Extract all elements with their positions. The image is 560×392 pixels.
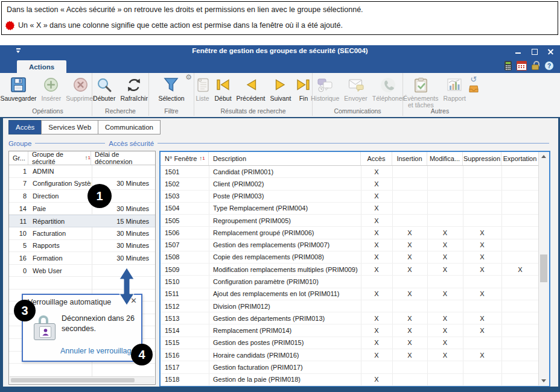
ribbon-tab-actions[interactable]: Actions (17, 60, 66, 73)
phone-label: Téléphoner (372, 95, 404, 102)
access-row[interactable]: 1514Remplacement (PRIM014)XXXX (161, 324, 549, 337)
col-header-group-id[interactable]: Gr... (9, 151, 28, 165)
tab-services-web[interactable]: Services Web (41, 120, 98, 134)
access-row[interactable]: 1515Gestion des postes (PRIM015)XXX (161, 337, 549, 349)
cell-group-name: Facturation (28, 230, 91, 237)
cell-window-number: 1510 (161, 278, 209, 285)
skip-start-icon (215, 75, 231, 95)
access-row[interactable]: 1509Modification remplacements multiples… (161, 264, 549, 276)
search-start-button[interactable]: Débuter (91, 74, 117, 103)
cell-permission-mark: X (361, 204, 392, 212)
save-button[interactable]: Sauvegarder (0, 74, 39, 103)
tab-acces[interactable]: Accès (8, 120, 42, 134)
inbox-tray-icon[interactable] (469, 84, 479, 95)
access-table-panel: N° Fenêtre ↑1 Description Accès Insertio… (159, 151, 550, 387)
col-header-modification[interactable]: Modifica... (427, 152, 463, 165)
gear-icon[interactable]: ⚙ (185, 74, 192, 81)
col-header-description[interactable]: Description (209, 152, 361, 165)
calculator-icon[interactable] (504, 61, 512, 71)
cell-description: Modification remplacements multiples (PR… (209, 266, 361, 273)
horizontal-scrollbar[interactable] (10, 376, 154, 384)
note-line-2-text: Un « X » dans une colonne signifie que c… (18, 21, 343, 30)
calendar-icon[interactable] (517, 61, 527, 71)
sort-indicator: ↑1 (199, 156, 205, 162)
cell-permission-mark: X (361, 168, 392, 175)
vertical-scrollbar-thumb[interactable] (540, 254, 547, 282)
cell-description: Configuration paramètre (PRIM010) (209, 278, 361, 285)
cell-window-number: 1516 (161, 352, 209, 359)
access-row[interactable]: 1511Ajout des remplacements en lot (PRIM… (161, 288, 549, 300)
access-row[interactable]: 1501Candidat (PRIM001)X (161, 166, 549, 178)
access-row[interactable]: 1513Gestion des départements (PRIM013)XX… (161, 312, 549, 324)
sort-order-number: 1 (88, 156, 91, 160)
window-title: Fenêtre de gestion des groupes de sécuri… (0, 47, 560, 54)
access-table-header: N° Fenêtre ↑1 Description Accès Insertio… (161, 152, 549, 166)
access-row[interactable]: 1506Remplacement groupé (PRIM006)XXXX (161, 227, 549, 239)
next-result-button[interactable]: Suivant (268, 74, 293, 103)
callout-4: 4 (131, 344, 153, 365)
access-row[interactable]: 1503Poste (PRIM003)X (161, 191, 549, 203)
history-clock-icon[interactable]: ↺ (470, 75, 477, 83)
previous-result-button[interactable]: Précédent (235, 74, 267, 103)
cancel-lock-link[interactable]: Annuler le verrouillage (60, 347, 135, 355)
cell-permission-mark: X (463, 266, 501, 273)
help-icon[interactable]: ? (544, 61, 554, 71)
cell-group-delay: 15 Minutes (91, 218, 155, 225)
col-header-exportation[interactable]: Exportation (501, 152, 539, 165)
lock-icon[interactable] (532, 61, 539, 71)
col-header-suppression[interactable]: Suppression (463, 152, 501, 165)
group-row[interactable]: 11Répartition15 Minutes (9, 215, 155, 227)
access-row[interactable]: 1517Gestion facturation (PRIM017) (161, 361, 549, 373)
access-row[interactable]: 1504Type Remplacement (PRIM004)X (161, 203, 549, 215)
cell-description: Gestion facturation (PRIM017) (209, 364, 361, 371)
scroll-down-arrow[interactable] (539, 376, 549, 385)
cell-permission-mark: X (463, 290, 501, 297)
ribbon-group-results: Liste Début Précédent Suivant (194, 73, 313, 116)
cell-group-id: 11 (9, 218, 28, 225)
group-row[interactable]: 14Paie30 Minutes (9, 203, 155, 215)
minimize-button[interactable] (510, 45, 526, 58)
section-label-row: Groupe Accès sécurité (8, 139, 549, 148)
close-button[interactable] (542, 45, 559, 58)
group-row[interactable]: 1ADMIN (9, 165, 155, 178)
group-row[interactable]: 10Facturation30 Minutes (9, 227, 155, 240)
cell-description: Gestion des postes (PRIM015) (209, 339, 361, 346)
selection-filter-button[interactable]: Sélection (156, 74, 186, 103)
lock-user-icon (34, 315, 57, 342)
vertical-scrollbar[interactable] (538, 152, 549, 385)
cell-window-number: 1518 (161, 376, 209, 383)
col-header-window-number[interactable]: N° Fenêtre ↑1 (161, 152, 209, 165)
access-row[interactable]: 1502Client (PRIM002)X (161, 178, 549, 190)
access-row[interactable]: 1510Configuration paramètre (PRIM010) (161, 276, 549, 288)
access-row[interactable]: 1512Division (PRIM012) (161, 300, 549, 312)
group-row[interactable]: 8Direction (9, 190, 155, 203)
cell-permission-mark: X (392, 253, 427, 261)
access-row[interactable]: 1507Gestion des remplacements (PRIM007)X… (161, 239, 549, 251)
cell-window-number: 1506 (161, 229, 209, 236)
access-row[interactable]: 1518Gestion de la paie (PRIM018)X (161, 374, 549, 386)
refresh-button[interactable]: Rafraîchir (118, 74, 150, 103)
bar-chart-icon (446, 75, 463, 95)
col-header-delay[interactable]: Délai de déconnexion (91, 151, 155, 165)
access-row[interactable]: 1516Horaire candidats (PRIM016)XXXX (161, 349, 549, 361)
cell-group-id: 10 (9, 230, 28, 237)
col-header-group-name[interactable]: Groupe de sécurité ↑1 (28, 151, 91, 165)
group-table-body: 1ADMIN7Configuration Système30 Minutes8D… (9, 165, 155, 277)
group-row[interactable]: 16Formation30 Minutes (9, 252, 155, 265)
maximize-button[interactable] (526, 45, 542, 58)
list-label: Liste (196, 95, 209, 102)
col-header-insertion[interactable]: Insertion (392, 152, 427, 165)
group-row[interactable]: 7Configuration Système30 Minutes (9, 178, 155, 191)
tab-communication[interactable]: Communication (98, 120, 161, 134)
horizontal-scrollbar-thumb[interactable] (11, 378, 135, 382)
col-header-acces[interactable]: Accès (361, 152, 392, 165)
first-result-button[interactable]: Début (213, 74, 234, 103)
access-row[interactable]: 1508Copie des remplacements (PRIM008)XXX… (161, 251, 549, 264)
scroll-up-arrow[interactable] (539, 152, 549, 161)
access-row[interactable]: 1505Regroupement (PRIM005)X (161, 215, 549, 227)
group-row[interactable]: 5Rapports30 Minutes (9, 240, 155, 253)
cell-group-id: 8 (9, 192, 28, 200)
funnel-icon (163, 75, 179, 95)
cell-window-number: 1512 (161, 303, 209, 310)
group-label-results: Résultats de recherche (194, 107, 312, 115)
